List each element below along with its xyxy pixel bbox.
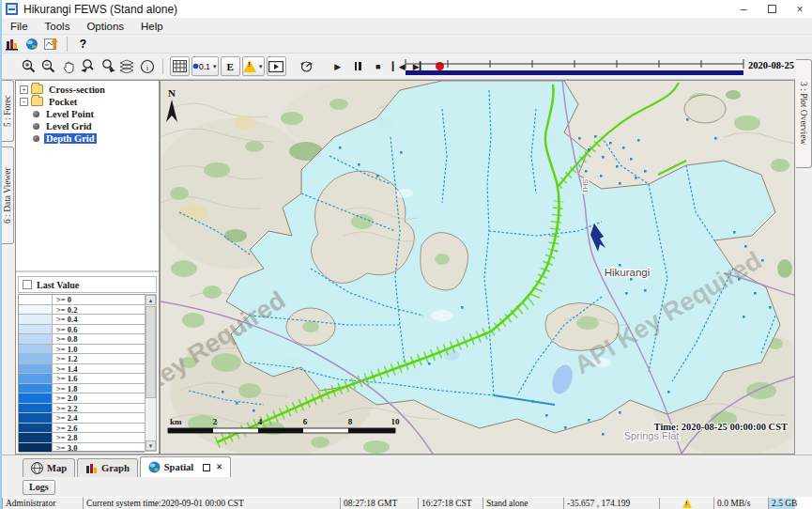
menu-help[interactable]: Help (132, 20, 172, 33)
warnings-dropdown[interactable]: ▼ (242, 56, 265, 76)
folder-icon (31, 85, 43, 94)
leaf-bullet-icon (33, 111, 39, 117)
legend-row-label: >= 1.6 (53, 374, 145, 383)
logs-button[interactable]: Logs (23, 480, 55, 495)
last-value-checkbox[interactable] (23, 280, 32, 289)
chevron-down-icon: ▼ (258, 64, 264, 69)
tab-maximize-icon[interactable] (203, 464, 210, 471)
status-warning-cell[interactable] (659, 497, 713, 509)
grid-layer-button[interactable] (170, 56, 190, 76)
legend-row[interactable]: >= 1.6 (19, 374, 145, 384)
menu-bar: File Tools Options Help (2, 18, 812, 35)
legend-row[interactable]: >= 2.8 (19, 433, 145, 443)
pan-hand-icon[interactable] (58, 56, 78, 76)
time-slider[interactable] (403, 56, 746, 77)
tree-item-depth-grid[interactable]: Depth Grid (20, 132, 159, 144)
tree-item-level-grid[interactable]: Level Grid (20, 120, 159, 131)
legend-color-swatch (19, 325, 53, 334)
status-gmt-time: 08:27:18 GMT (340, 497, 418, 509)
zoom-out-icon[interactable] (38, 56, 58, 76)
legend-row-label: >= 0 (53, 295, 145, 304)
legend-row-label: >= 3.0 (53, 443, 145, 453)
legend-color-swatch (19, 345, 53, 354)
tab-spatial[interactable]: Spatial × (140, 456, 231, 477)
map-toolbar: i 0.1 ▼ E ▼ ▶ ■ ▎◀ ▶▎ (2, 54, 795, 80)
globe-icon[interactable] (22, 34, 41, 54)
legend-row[interactable]: >= 2.0 (19, 393, 145, 404)
legend-row[interactable]: >= 2.4 (19, 413, 145, 424)
tab-label: Map (47, 463, 67, 473)
tab-plot-overview[interactable]: 3 : Plot Overview (796, 59, 812, 168)
animation-speed-icon[interactable] (297, 56, 316, 76)
spatial-map[interactable]: API Key Required API Key Required Hikura… (160, 80, 795, 455)
archive-icon[interactable] (2, 34, 22, 54)
legend-row[interactable]: >= 1.2 (19, 354, 145, 364)
status-bar: Administrator Current system time:2020-0… (2, 497, 812, 509)
legend-row[interactable]: >= 1.0 (19, 345, 145, 355)
legend-color-swatch (19, 443, 53, 453)
labels-button[interactable]: E (221, 56, 240, 76)
warning-icon (243, 60, 256, 72)
zoom-previous-icon[interactable] (78, 56, 98, 76)
legend-list: >= 0>= 0.2>= 0.4>= 0.6>= 0.8>= 1.0>= 1.2… (18, 294, 145, 452)
app-icon (6, 3, 18, 15)
animation-export-button[interactable] (267, 56, 286, 76)
tab-data-viewer[interactable]: 6 : Data Viewer (2, 147, 14, 244)
svg-text:6: 6 (303, 417, 308, 426)
tab-graph[interactable]: Graph (77, 458, 138, 477)
legend-row-label: >= 1.8 (53, 384, 145, 393)
legend-color-swatch (19, 305, 53, 315)
right-tab-strip: 3 : Plot Overview (795, 54, 812, 455)
menu-file[interactable]: File (2, 20, 37, 33)
legend-scrollbar[interactable]: ▲ ▼ (145, 294, 157, 452)
status-user: Administrator (2, 497, 83, 509)
legend-row-label: >= 0.4 (53, 315, 145, 324)
zoom-in-icon[interactable] (19, 56, 38, 76)
expand-icon[interactable]: + (20, 85, 28, 94)
tree-item-level-point[interactable]: Level Point (20, 108, 159, 119)
legend-row[interactable]: >= 3.0 (19, 443, 145, 454)
tree-item-pocket[interactable]: - Pocket (20, 96, 159, 107)
tab-label: Spatial (164, 462, 194, 472)
close-button[interactable]: × (786, 0, 812, 18)
legend-row[interactable]: >= 0 (19, 295, 145, 305)
pause-button[interactable] (348, 56, 368, 76)
menu-options[interactable]: Options (78, 20, 132, 33)
legend-row[interactable]: >= 0.8 (19, 334, 145, 345)
logs-row: Logs (2, 477, 812, 497)
info-icon[interactable]: i (137, 56, 157, 76)
scroll-up-icon[interactable]: ▲ (146, 295, 156, 305)
layers-icon[interactable] (117, 56, 137, 76)
tab-forecasts[interactable]: 5 : Forec (2, 80, 14, 142)
legend-row-label: >= 2.0 (53, 393, 145, 403)
legend-row[interactable]: >= 0.2 (19, 305, 145, 316)
maximize-button[interactable] (758, 0, 786, 18)
zoom-next-icon[interactable] (98, 56, 117, 76)
menu-tools[interactable]: Tools (37, 20, 79, 33)
legend-row[interactable]: >= 2.2 (19, 404, 145, 414)
tab-map[interactable]: Map (23, 458, 75, 477)
tree-item-cross-section[interactable]: + Cross-section (20, 84, 159, 95)
legend-row[interactable]: >= 2.6 (19, 424, 145, 434)
help-icon[interactable]: ? (73, 34, 93, 54)
legend-row[interactable]: >= 0.6 (19, 325, 145, 335)
minimize-button[interactable]: – (729, 0, 758, 18)
legend-row[interactable]: >= 0.4 (19, 315, 145, 325)
legend-color-swatch (19, 354, 53, 363)
tree-item-label: Depth Grid (44, 133, 97, 144)
tab-label: Graph (101, 463, 130, 473)
chevron-down-icon: ▼ (212, 64, 218, 69)
grid-display-icon[interactable] (41, 34, 61, 54)
play-button[interactable]: ▶ (328, 56, 348, 76)
tab-close-icon[interactable]: × (216, 460, 222, 474)
svg-text:8: 8 (348, 417, 353, 426)
legend-row[interactable]: >= 1.8 (19, 384, 145, 394)
stop-button[interactable]: ■ (368, 56, 389, 76)
class-value-dropdown[interactable]: 0.1 ▼ (192, 56, 219, 76)
window-title: Hikurangi FEWS (Stand alone) (23, 3, 729, 16)
svg-text:4: 4 (258, 417, 263, 426)
scrollbar-thumb[interactable] (146, 306, 156, 398)
scroll-down-icon[interactable]: ▼ (146, 440, 156, 451)
collapse-icon[interactable]: - (20, 98, 28, 106)
legend-row[interactable]: >= 1.4 (19, 364, 145, 375)
